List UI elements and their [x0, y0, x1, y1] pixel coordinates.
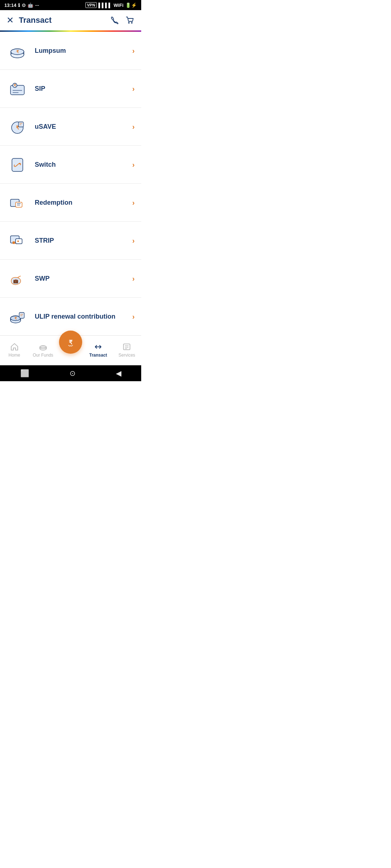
swp-label: SWP: [35, 275, 132, 282]
svg-text:₹: ₹: [69, 339, 73, 345]
nav-back-button[interactable]: ◀: [116, 369, 121, 378]
svg-rect-12: [18, 122, 24, 127]
close-button[interactable]: ✕: [7, 15, 14, 25]
usave-chevron: ›: [132, 123, 135, 131]
ulip-label: ULIP renewal contribution: [35, 313, 132, 320]
svg-rect-24: [17, 241, 19, 242]
svg-text:₹: ₹: [16, 50, 19, 54]
sip-icon: ₹: [7, 78, 28, 99]
bottom-navigation: Home Our Funds ₹ Tr: [0, 335, 141, 365]
status-bar: 13:14 ℹ ⊙ 🤖 ··· VPN ▌▌▌▌ WiFi 🔋⚡: [0, 0, 141, 10]
usave-item[interactable]: ₹ uSAVE ›: [0, 108, 141, 146]
our-funds-label: Our Funds: [33, 353, 53, 358]
services-icon: [122, 342, 131, 351]
ulip-icon: ₹: [7, 306, 28, 327]
transact-label: Transact: [89, 353, 107, 358]
strip-item[interactable]: STRIP ›: [0, 222, 141, 260]
redemption-label: Redemption: [35, 199, 132, 207]
svg-point-0: [129, 22, 130, 24]
nav-home[interactable]: Home: [2, 342, 27, 358]
svg-point-1: [131, 22, 133, 24]
switch-label: Switch: [35, 161, 132, 169]
svg-text:💼: 💼: [13, 278, 18, 284]
svg-text:₹: ₹: [14, 316, 17, 320]
home-label: Home: [9, 353, 20, 358]
strip-icon: [7, 230, 28, 251]
switch-item[interactable]: Switch ›: [0, 146, 141, 184]
vpn-icon: VPN: [85, 2, 97, 8]
redemption-chevron: ›: [132, 199, 135, 207]
page-title: Transact: [19, 16, 52, 25]
nav-transact[interactable]: Transact: [85, 342, 111, 358]
switch-icon: [7, 154, 28, 175]
svg-text:₹: ₹: [14, 84, 16, 88]
redemption-icon: [7, 192, 28, 213]
lumpsum-item[interactable]: ₹ Lumpsum ›: [0, 32, 141, 70]
page-header: ✕ Transact: [0, 10, 141, 30]
transact-icon: [94, 342, 102, 351]
menu-list: ₹ Lumpsum › ₹ SIP › ₹: [0, 32, 141, 335]
header-actions: [110, 16, 135, 25]
sip-item[interactable]: ₹ SIP ›: [0, 70, 141, 108]
header-left: ✕ Transact: [7, 15, 52, 25]
transact-fab-wrap: ₹: [59, 331, 82, 354]
usave-label: uSAVE: [35, 123, 132, 131]
phone-icon[interactable]: [110, 16, 119, 25]
ulip-item[interactable]: ₹ ULIP renewal contribution ›: [0, 298, 141, 335]
svg-rect-17: [16, 202, 22, 207]
sip-label: SIP: [35, 85, 132, 93]
time-display: 13:14: [4, 3, 16, 8]
media-icon: ⊙: [22, 3, 26, 8]
lumpsum-chevron: ›: [132, 47, 135, 55]
nav-our-funds[interactable]: Our Funds: [30, 342, 56, 358]
redemption-item[interactable]: Redemption ›: [0, 184, 141, 222]
our-funds-icon: [39, 342, 47, 351]
android-icon: 🤖: [28, 3, 33, 8]
nav-circle-button[interactable]: ⊙: [70, 369, 76, 378]
battery-icon: 🔋⚡: [125, 3, 137, 8]
lumpsum-icon: ₹: [7, 40, 28, 61]
status-right: VPN ▌▌▌▌ WiFi 🔋⚡: [85, 2, 137, 8]
services-label: Services: [118, 353, 135, 358]
more-icon: ···: [35, 3, 39, 8]
home-icon: [10, 342, 19, 351]
sip-chevron: ›: [132, 85, 135, 93]
usave-icon: ₹: [7, 116, 28, 137]
info-icon: ℹ: [18, 3, 20, 8]
signal-icon: ▌▌▌▌: [98, 3, 112, 8]
strip-label: STRIP: [35, 237, 132, 244]
system-navigation: ⬜ ⊙ ◀: [0, 365, 141, 381]
strip-chevron: ›: [132, 237, 135, 245]
svg-rect-21: [13, 242, 15, 244]
switch-chevron: ›: [132, 161, 135, 169]
svg-line-25: [18, 276, 21, 277]
cart-icon[interactable]: [125, 16, 135, 25]
svg-rect-30: [19, 312, 24, 318]
swp-chevron: ›: [132, 275, 135, 283]
status-left: 13:14 ℹ ⊙ 🤖 ···: [4, 3, 39, 8]
nav-services[interactable]: Services: [114, 342, 139, 358]
wifi-icon: WiFi: [114, 3, 123, 8]
svg-rect-5: [10, 85, 24, 95]
swp-icon: 💼: [7, 268, 28, 289]
swp-item[interactable]: 💼 SWP ›: [0, 260, 141, 298]
nav-square-button[interactable]: ⬜: [20, 369, 29, 378]
transact-fab[interactable]: ₹: [59, 331, 82, 354]
ulip-chevron: ›: [132, 312, 135, 321]
lumpsum-label: Lumpsum: [35, 47, 132, 55]
